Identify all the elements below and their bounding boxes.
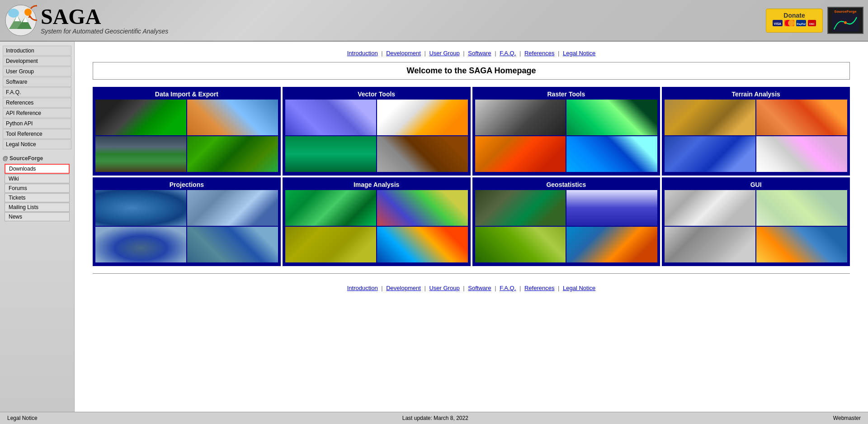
bnav-legal-notice[interactable]: Legal Notice (563, 285, 595, 291)
bnav-references[interactable]: References (524, 285, 554, 291)
feature-projections-img-4 (187, 227, 278, 262)
bnav-introduction[interactable]: Introduction (347, 285, 378, 291)
feature-image-analysis-img-2 (377, 190, 468, 226)
svg-point-18 (844, 21, 847, 24)
saga-logo-icon (5, 4, 37, 37)
feature-terrain-analysis-img-1 (665, 100, 755, 135)
svg-text:PayPal: PayPal (797, 23, 806, 25)
bnav-development[interactable]: Development (386, 285, 421, 291)
sidebar-subitem-wiki[interactable]: Wiki (5, 174, 70, 183)
tnav-faq[interactable]: F.A.Q. (500, 50, 516, 57)
donate-button[interactable]: Donate VISA PayPal DISC (766, 9, 823, 33)
sidebar-subitem-forums[interactable]: Forums (5, 184, 70, 193)
tnav-introduction[interactable]: Introduction (347, 50, 378, 57)
feature-gui-img-2 (756, 190, 847, 226)
sidebar-item-nav-references[interactable]: References (3, 98, 71, 108)
feature-vector-tools[interactable]: Vector Tools (283, 87, 471, 176)
feature-vector-tools-img-3 (285, 136, 376, 172)
feature-vector-tools-images (285, 100, 468, 172)
sidebar-subitem-mailing-lists[interactable]: Mailing Lists (5, 203, 70, 212)
feature-data-import-export-img-2 (187, 100, 278, 135)
welcome-box: Welcome to the SAGA Homepage (93, 62, 850, 80)
sidebar-item-nav-tool-reference[interactable]: Tool Reference (3, 129, 71, 139)
sidebar-item-nav-development[interactable]: Development (3, 56, 71, 66)
bnav-user-group[interactable]: User Group (429, 285, 459, 291)
logo-text: SAGA System for Automated Geoscientific … (41, 6, 168, 35)
feature-raster-tools-img-3 (475, 136, 566, 172)
feature-raster-tools-img-2 (566, 100, 657, 135)
feature-grid: Data Import & ExportVector ToolsRaster T… (93, 87, 850, 266)
header: SAGA System for Automated Geoscientific … (0, 0, 868, 42)
footer-webmaster[interactable]: Webmaster (833, 415, 861, 421)
sourceforge-map-icon (832, 14, 859, 32)
nav-separator: | (556, 50, 561, 57)
sidebar-subitem-news[interactable]: News (5, 212, 70, 221)
feature-raster-tools-title: Raster Tools (475, 91, 658, 98)
sidebar-subitem-downloads[interactable]: Downloads (5, 164, 70, 174)
feature-terrain-analysis-images (665, 100, 847, 172)
feature-data-import-export-images (95, 100, 278, 172)
feature-image-analysis-title: Image Analysis (285, 181, 468, 188)
footer: Legal Notice Last update: March 8, 2022 … (0, 412, 868, 424)
feature-geostatistics-img-4 (566, 227, 657, 262)
feature-image-analysis-img-1 (285, 190, 376, 226)
feature-data-import-export-img-1 (95, 100, 186, 135)
feature-data-import-export[interactable]: Data Import & Export (93, 87, 281, 176)
logo-area: SAGA System for Automated Geoscientific … (5, 4, 168, 37)
donate-area: Donate VISA PayPal DISC (766, 9, 823, 33)
tnav-software[interactable]: Software (468, 50, 491, 57)
sourceforge-badge[interactable]: SourceForge (827, 7, 863, 34)
nav-separator: | (462, 50, 467, 57)
feature-terrain-analysis-img-4 (756, 136, 847, 172)
sidebar-item-nav-introduction[interactable]: Introduction (3, 46, 71, 56)
bnav-f-a-q-[interactable]: F.A.Q. (500, 285, 516, 291)
bnav-separator: | (380, 285, 385, 291)
tnav-references[interactable]: References (524, 50, 554, 57)
feature-projections[interactable]: Projections (93, 177, 281, 266)
feature-gui-img-1 (665, 190, 755, 226)
sidebar-nav: IntroductionDevelopmentUser GroupSoftwar… (3, 45, 71, 150)
content-area: Introduction | Development | User Group … (75, 42, 868, 412)
bnav-separator: | (493, 285, 498, 291)
feature-geostatistics-images (475, 190, 658, 262)
feature-gui-img-3 (665, 227, 755, 262)
feature-geostatistics[interactable]: Geostatistics (472, 177, 660, 266)
header-right: Donate VISA PayPal DISC SourceForge (766, 7, 863, 34)
bnav-separator: | (462, 285, 467, 291)
svg-point-6 (24, 9, 32, 16)
sidebar-item-nav-api-reference[interactable]: API Reference (3, 108, 71, 118)
feature-geostatistics-title: Geostatistics (475, 181, 658, 188)
bnav-software[interactable]: Software (468, 285, 491, 291)
feature-terrain-analysis-title: Terrain Analysis (665, 91, 847, 98)
nav-separator: | (380, 50, 385, 57)
nav-separator: | (423, 50, 428, 57)
feature-data-import-export-title: Data Import & Export (95, 91, 278, 98)
feature-gui-img-4 (756, 227, 847, 262)
tnav-user-group[interactable]: User Group (429, 50, 459, 57)
sidebar-item-nav-legal-notice[interactable]: Legal Notice (3, 139, 71, 149)
tnav-development[interactable]: Development (386, 50, 421, 57)
payment-icons: VISA PayPal DISC (772, 19, 817, 28)
feature-vector-tools-title: Vector Tools (285, 91, 468, 98)
feature-geostatistics-img-3 (475, 227, 566, 262)
feature-projections-img-2 (187, 190, 278, 226)
feature-gui[interactable]: GUI (662, 177, 850, 266)
svg-point-0 (5, 5, 36, 36)
feature-image-analysis[interactable]: Image Analysis (283, 177, 471, 266)
feature-raster-tools[interactable]: Raster Tools (472, 87, 660, 176)
tnav-legal-notice[interactable]: Legal Notice (563, 50, 595, 57)
footer-legal[interactable]: Legal Notice (7, 415, 38, 421)
feature-terrain-analysis-img-3 (665, 136, 755, 172)
feature-projections-img-1 (95, 190, 186, 226)
sidebar-item-nav-faq[interactable]: F.A.Q. (3, 87, 71, 97)
svg-point-5 (8, 9, 19, 18)
sidebar-item-nav-software[interactable]: Software (3, 77, 71, 87)
sidebar-item-nav-python-api[interactable]: Python API (3, 119, 71, 129)
sidebar-subitem-tickets[interactable]: Tickets (5, 193, 70, 202)
feature-terrain-analysis[interactable]: Terrain Analysis (662, 87, 850, 176)
nav-separator: | (518, 50, 523, 57)
footer-update: Last update: March 8, 2022 (402, 415, 468, 421)
feature-projections-img-3 (95, 227, 186, 262)
sidebar-item-nav-user-group[interactable]: User Group (3, 67, 71, 76)
divider (93, 273, 850, 274)
